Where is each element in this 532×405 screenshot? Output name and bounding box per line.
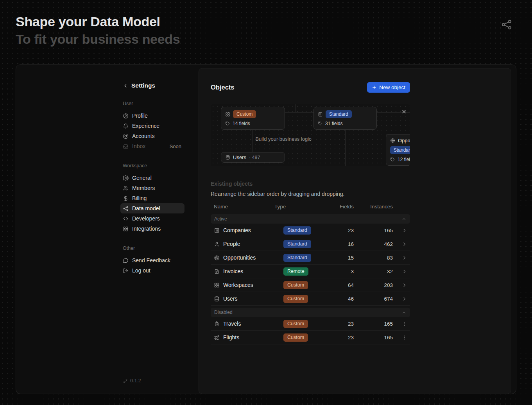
object-row-users[interactable]: UsersCustom46674 <box>211 292 410 306</box>
sidebar-item-experience[interactable]: Experience <box>120 121 184 131</box>
kebab-icon[interactable] <box>401 321 407 327</box>
building-icon <box>214 228 220 233</box>
object-name: Travels <box>223 321 241 327</box>
instances-count: 32 <box>354 269 393 274</box>
sidebar-item-label: Profile <box>132 113 148 119</box>
sidebar-item-members[interactable]: Members <box>120 183 184 193</box>
type-badge: Custom <box>283 295 308 303</box>
data-model-icon <box>501 19 512 30</box>
type-badge: Custom <box>283 281 308 289</box>
fields-count: 64 <box>317 282 354 288</box>
sidebar-item-label: Data model <box>132 205 160 211</box>
instances-count: 165 <box>354 321 393 327</box>
chevron-right-icon[interactable] <box>401 296 407 302</box>
sidebar-item-data-model[interactable]: Data model <box>120 203 184 213</box>
group-label: Active <box>214 216 227 222</box>
settings-back-button[interactable]: Settings <box>123 81 203 90</box>
sidebar-item-accounts[interactable]: Accounts <box>120 131 184 141</box>
chevron-up-icon[interactable] <box>401 217 407 222</box>
object-row-opportunities[interactable]: OpportunitiesStandard1583 <box>211 251 410 265</box>
soon-badge: Soon <box>170 143 181 149</box>
sidebar-item-label: Send Feedback <box>132 257 170 263</box>
chevron-up-icon[interactable] <box>401 310 407 315</box>
object-row-invoices[interactable]: InvoicesRemote332 <box>211 265 410 278</box>
column-name: Name <box>211 204 274 210</box>
sidebar-item-label: Developers <box>132 215 160 222</box>
sidebar-item-label: Integrations <box>132 226 161 232</box>
sidebar-item-general[interactable]: General <box>120 173 184 183</box>
sidebar-item-label: Log out <box>132 267 150 274</box>
chevron-right-icon[interactable] <box>401 228 407 233</box>
object-name: Opportunities <box>223 254 256 261</box>
group-header-disabled[interactable]: Disabled <box>211 308 410 317</box>
page-title: Shape your Data Model <box>16 14 180 29</box>
bell-icon <box>123 123 129 129</box>
object-row-companies[interactable]: CompaniesStandard23165 <box>211 224 410 237</box>
user-icon <box>123 113 129 119</box>
instances-count: 462 <box>354 241 393 247</box>
sidebar-item-label: General <box>132 175 152 181</box>
sidebar-item-send-feedback[interactable]: Send Feedback <box>120 255 184 265</box>
sidebar-item-log-out[interactable]: Log out <box>120 265 184 276</box>
object-name: Users <box>223 296 238 302</box>
instances-count: 83 <box>354 255 393 261</box>
members-icon <box>123 185 129 191</box>
sidebar-item-billing[interactable]: Billing <box>120 193 184 203</box>
node-fields-count: 31 fields <box>325 121 343 126</box>
objects-panel: Objects New object Custom <box>199 68 511 394</box>
settings-sidebar: Settings UserProfileExperienceAccountsIn… <box>123 65 203 394</box>
target-icon <box>214 255 220 261</box>
sidebar-item-label: Billing <box>132 195 147 201</box>
sidebar-item-developers[interactable]: Developers <box>120 213 184 224</box>
chevron-right-icon[interactable] <box>401 282 407 288</box>
canvas-caption: Build your business logic <box>211 136 356 142</box>
fields-count: 23 <box>317 228 354 233</box>
object-row-people[interactable]: PeopleStandard16462 <box>211 237 410 251</box>
canvas-node-opportunities[interactable]: Opportunities Standard 12 fields <box>386 134 410 166</box>
panel-header: Objects New object <box>211 81 410 93</box>
chevron-right-icon[interactable] <box>401 269 407 274</box>
instances-count: 165 <box>354 228 393 233</box>
chevron-right-icon[interactable] <box>401 255 407 261</box>
person-icon <box>214 241 220 247</box>
tag-icon <box>225 121 230 126</box>
new-object-button[interactable]: New object <box>367 82 410 93</box>
sidebar-item-label: Members <box>132 185 155 191</box>
grid-icon <box>225 112 230 117</box>
sidebar-item-integrations[interactable]: Integrations <box>120 224 184 234</box>
sidebar-section-label: Workspace <box>123 163 203 169</box>
canvas-node-custom[interactable]: Custom 14 fields <box>221 107 285 130</box>
column-fields: Fields <box>317 204 354 210</box>
luggage-icon <box>214 321 220 327</box>
group-header-active[interactable]: Active <box>211 214 410 224</box>
kebab-icon[interactable] <box>401 335 407 340</box>
object-name: Workspaces <box>223 282 253 288</box>
objects-table: Name Type Fields Instances ActiveCompani… <box>211 201 410 344</box>
object-row-workspaces[interactable]: WorkspacesCustom64203 <box>211 278 410 292</box>
chevron-right-icon[interactable] <box>401 241 407 247</box>
node-count: · 497 <box>249 155 260 160</box>
data-model-icon <box>123 206 129 211</box>
canvas-node-users[interactable]: Users · 497 <box>221 152 285 163</box>
sidebar-item-label: Accounts <box>132 133 155 139</box>
new-object-label: New object <box>379 84 405 90</box>
sidebar-item-profile[interactable]: Profile <box>120 111 184 121</box>
instances-count: 203 <box>354 282 393 288</box>
database-icon <box>214 296 220 302</box>
object-row-flights[interactable]: FlightsCustom23165 <box>211 331 410 344</box>
fields-count: 15 <box>317 255 354 261</box>
plane-icon <box>214 335 220 340</box>
settings-window: Settings UserProfileExperienceAccountsIn… <box>16 65 516 394</box>
type-badge: Standard <box>283 226 311 235</box>
fields-count: 16 <box>317 241 354 247</box>
close-icon[interactable] <box>401 109 407 115</box>
table-header: Name Type Fields Instances <box>211 201 410 212</box>
sidebar-section-label: User <box>123 101 203 107</box>
object-row-travels[interactable]: TravelsCustom23165 <box>211 317 410 331</box>
fields-count: 23 <box>317 335 354 340</box>
gear-icon <box>123 175 129 181</box>
hero: Shape your Data Model To fit your busine… <box>16 14 180 47</box>
canvas-node-standard[interactable]: Standard 31 fields <box>313 107 377 130</box>
sidebar-item-inbox[interactable]: InboxSoon <box>120 141 184 151</box>
node-label: Opportunities <box>398 138 410 143</box>
